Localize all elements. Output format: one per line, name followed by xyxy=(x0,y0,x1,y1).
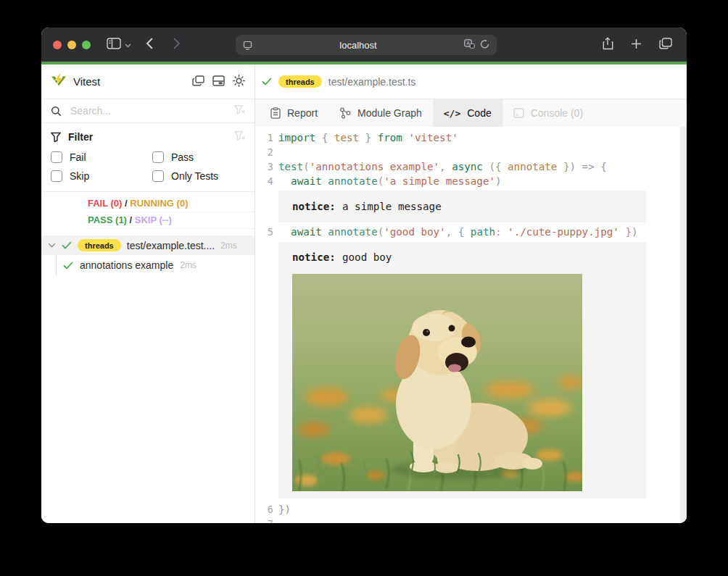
zoom-window-button[interactable] xyxy=(82,41,91,49)
chevron-down-icon[interactable] xyxy=(48,243,56,248)
new-tab-button[interactable] xyxy=(631,38,642,51)
browser-sidebar-toggle-button[interactable] xyxy=(107,38,121,51)
annotation-notice: notice:good boy xyxy=(278,242,646,498)
test-status-summary: FAIL (0) / RUNNING (0) PASS (1) / SKIP (… xyxy=(41,192,255,233)
share-button[interactable] xyxy=(602,37,613,52)
svg-text:A: A xyxy=(466,41,470,46)
annotation-notice: notice:a simple message xyxy=(278,191,646,222)
tab-module-graph[interactable]: Module Graph xyxy=(328,99,433,127)
chevron-down-icon xyxy=(125,39,131,50)
reload-icon xyxy=(480,39,489,51)
clear-search-button[interactable] xyxy=(234,105,245,117)
translate-button[interactable]: A xyxy=(464,39,475,51)
filter-checkbox-skip[interactable]: Skip xyxy=(51,170,152,182)
filter-checkbox-only-tests[interactable]: Only Tests xyxy=(152,170,245,182)
file-header: threads test/example.test.ts xyxy=(255,64,687,99)
filter-label: Filter xyxy=(68,131,93,143)
code-line: 5 await annotate('good boy', { path: './… xyxy=(255,225,687,239)
search-icon xyxy=(51,106,62,117)
tree-guide-line xyxy=(56,255,57,275)
sidebar-menu-chevron-button[interactable] xyxy=(125,39,131,50)
reload-button[interactable] xyxy=(480,39,489,51)
checkbox-icon xyxy=(152,170,164,182)
browser-toolbar: localhost A xyxy=(41,28,687,62)
sidebar: Vitest xyxy=(41,64,255,523)
tab-overview-button[interactable] xyxy=(659,38,672,51)
tab-report[interactable]: Report xyxy=(260,99,328,127)
tab-console[interactable]: Console (0) xyxy=(502,99,594,127)
vitest-logo-icon xyxy=(51,73,67,91)
desktop-background: { "browser": { "url": "localhost" }, "si… xyxy=(0,0,728,576)
theme-toggle-button[interactable] xyxy=(233,75,245,89)
plus-icon xyxy=(631,38,642,51)
puppy-photo-attachment[interactable] xyxy=(292,274,582,491)
back-button[interactable] xyxy=(146,37,154,52)
file-path: test/example.test.ts xyxy=(328,76,416,88)
filter-x-icon xyxy=(234,131,245,143)
clipboard-report-icon xyxy=(270,107,281,119)
code-line: 2 xyxy=(255,145,687,159)
search-input[interactable] xyxy=(69,104,227,117)
stacked-panels-icon xyxy=(192,75,204,88)
fail-count: FAIL (0) xyxy=(88,198,122,209)
tabs-overview-icon xyxy=(659,38,672,51)
sun-icon xyxy=(233,75,245,89)
skip-count: SKIP (--) xyxy=(135,214,172,225)
checkbox-icon xyxy=(51,170,62,182)
annotation-type-label: notice: xyxy=(292,251,336,263)
traffic-lights xyxy=(53,41,91,49)
url-text: localhost xyxy=(252,40,464,51)
address-bar[interactable]: localhost A xyxy=(236,35,497,55)
filter-checkbox-fail[interactable]: Fail xyxy=(51,151,152,163)
code-line: 6 }) xyxy=(255,502,687,517)
test-file-name: test/example.test.... xyxy=(127,240,215,251)
pass-count: PASS (1) xyxy=(88,214,127,225)
app-title: Vitest xyxy=(73,75,192,88)
filter-x-icon xyxy=(234,105,245,117)
collapse-tests-button[interactable] xyxy=(192,75,204,88)
filter-section: Filter Fail xyxy=(41,123,255,192)
check-icon xyxy=(62,241,72,249)
translate-icon: A xyxy=(464,39,475,51)
clear-filter-button[interactable] xyxy=(234,131,245,143)
pool-badge: threads xyxy=(278,75,322,88)
dashboard-icon xyxy=(212,75,225,88)
code-brackets-icon: </> xyxy=(444,108,460,119)
browser-window: localhost A xyxy=(41,28,687,523)
forward-button[interactable] xyxy=(173,37,181,52)
view-tabs: Report Module Graph </> Code xyxy=(255,99,687,127)
test-case-row[interactable]: annotations example 2ms xyxy=(41,255,255,275)
running-count: RUNNING (0) xyxy=(130,198,188,209)
check-icon xyxy=(262,78,272,85)
test-file-duration: 2ms xyxy=(220,241,237,251)
dashboard-toggle-button[interactable] xyxy=(212,75,225,88)
checkbox-icon xyxy=(152,151,164,163)
tab-code[interactable]: </> Code xyxy=(433,99,502,127)
search-bar xyxy=(41,99,255,123)
code-viewer: 1 import { test } from 'vitest' 2 3 test… xyxy=(255,127,687,523)
console-icon xyxy=(513,108,524,118)
close-window-button[interactable] xyxy=(53,41,62,49)
main-panel: threads test/example.test.ts Report xyxy=(255,64,687,523)
page-format-icon xyxy=(243,41,252,50)
chevron-left-icon xyxy=(146,37,154,52)
funnel-icon xyxy=(51,132,61,142)
code-line: 7 xyxy=(255,517,687,523)
sidebar-header: Vitest xyxy=(41,64,255,99)
annotation-message: good boy xyxy=(336,251,392,263)
annotation-type-label: notice: xyxy=(292,201,336,212)
code-line: 1 import { test } from 'vitest' xyxy=(255,130,687,145)
minimize-window-button[interactable] xyxy=(67,41,76,49)
sidebar-panel-icon xyxy=(107,38,121,51)
pool-badge: threads xyxy=(78,239,121,251)
filter-checkbox-pass[interactable]: Pass xyxy=(152,151,245,163)
checkbox-icon xyxy=(51,151,62,163)
check-icon xyxy=(63,262,73,270)
code-line: 4 await annotate('a simple message') xyxy=(255,174,687,188)
share-icon xyxy=(602,37,613,52)
test-case-duration: 2ms xyxy=(180,260,197,270)
module-graph-icon xyxy=(339,107,351,119)
test-case-name: annotations example xyxy=(80,259,173,271)
vertical-scrollbar[interactable] xyxy=(680,127,687,523)
test-file-row[interactable]: threads test/example.test.... 2ms xyxy=(41,235,255,255)
